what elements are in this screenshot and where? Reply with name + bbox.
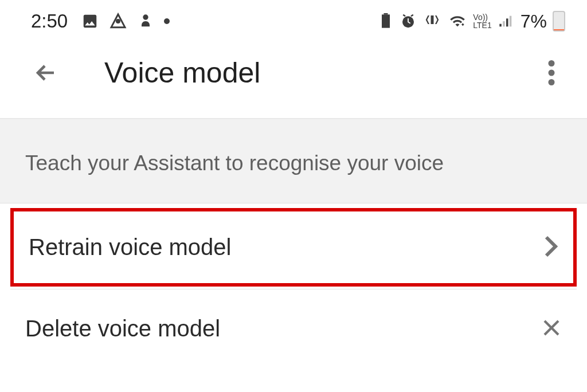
alarm-icon	[400, 13, 417, 30]
more-options-button[interactable]	[538, 59, 565, 87]
signal-icon	[498, 13, 515, 29]
delete-label: Delete voice model	[25, 316, 220, 342]
retrain-voice-model-item[interactable]: Retrain voice model	[10, 208, 577, 287]
chevron-right-icon	[543, 235, 558, 260]
status-time: 2:50	[31, 10, 68, 32]
section-header: Teach your Assistant to recognise your v…	[0, 118, 587, 203]
svg-rect-4	[503, 21, 505, 26]
recycle-icon	[378, 13, 394, 30]
svg-point-8	[549, 70, 555, 76]
warning-triangle-icon	[109, 12, 127, 30]
svg-rect-6	[510, 16, 512, 27]
svg-point-9	[549, 79, 555, 85]
lte-vo-label: Vo))	[473, 13, 491, 21]
svg-rect-3	[499, 24, 502, 27]
svg-point-1	[143, 14, 148, 19]
notification-dot-icon	[164, 18, 170, 24]
delete-voice-model-item[interactable]: Delete voice model	[0, 289, 587, 368]
image-icon	[81, 13, 99, 30]
more-vertical-icon	[548, 60, 555, 85]
back-button[interactable]	[30, 57, 62, 89]
page-title: Voice model	[104, 56, 538, 89]
svg-rect-5	[506, 18, 508, 26]
person-icon	[138, 13, 154, 30]
section-subtitle: Teach your Assistant to recognise your v…	[25, 151, 562, 175]
vibrate-icon	[422, 13, 442, 30]
retrain-label: Retrain voice model	[29, 234, 232, 260]
battery-icon	[553, 11, 565, 32]
app-bar: Voice model	[0, 42, 587, 118]
svg-point-0	[116, 19, 120, 23]
wifi-icon	[448, 13, 467, 29]
svg-point-7	[549, 60, 555, 66]
status-left: 2:50	[31, 10, 170, 32]
status-right: Vo)) LTE1 7%	[378, 11, 565, 32]
lte-label: LTE1	[473, 21, 491, 29]
lte-indicator: Vo)) LTE1	[473, 13, 491, 29]
battery-percent: 7%	[521, 11, 547, 32]
status-bar: 2:50 Vo)) LTE1 7%	[0, 0, 587, 42]
arrow-left-icon	[32, 59, 60, 87]
close-icon	[541, 317, 562, 340]
